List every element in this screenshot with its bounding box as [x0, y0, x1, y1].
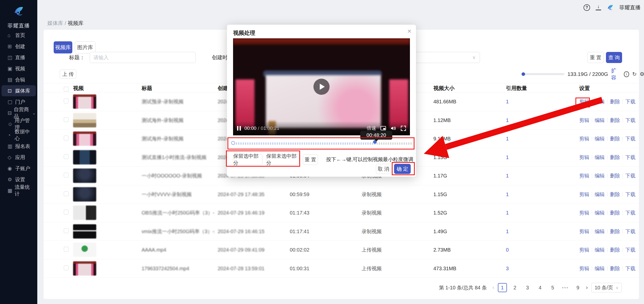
sidebar-item[interactable]: ◉ 子账户: [2, 163, 36, 174]
page-size-select[interactable]: 10 条/页 ∨: [591, 283, 622, 292]
reference-count-link[interactable]: 0: [506, 247, 509, 253]
sidebar-item[interactable]: ◔ 数据中心: [2, 130, 36, 141]
download-link[interactable]: 下载: [625, 135, 635, 142]
page-number[interactable]: 9: [573, 283, 583, 292]
page-number[interactable]: 4: [536, 283, 545, 292]
edit-link[interactable]: 编辑: [595, 247, 605, 253]
delete-link[interactable]: 删除: [610, 265, 620, 272]
reference-count-link[interactable]: 1: [506, 191, 509, 197]
cancel-button[interactable]: 取 消: [376, 164, 391, 174]
cut-link[interactable]: 剪辑: [579, 172, 589, 179]
row-checkbox[interactable]: [64, 99, 69, 105]
sidebar-item[interactable]: ▣ 视频: [2, 63, 36, 74]
volume-icon[interactable]: [390, 125, 396, 131]
delete-link[interactable]: 删除: [610, 228, 620, 235]
row-checkbox[interactable]: [64, 154, 69, 160]
edit-link[interactable]: 编辑: [595, 228, 605, 235]
edit-link[interactable]: 编辑: [595, 191, 605, 198]
breadcrumb-parent[interactable]: 媒体库: [47, 20, 63, 26]
cut-link[interactable]: 剪辑: [579, 247, 589, 253]
row-checkbox[interactable]: [64, 228, 69, 234]
sidebar-item[interactable]: ▦ 流量统计: [2, 185, 36, 196]
sidebar-item[interactable]: ☺ 用户管理: [2, 118, 36, 130]
sidebar-item[interactable]: ⚙ 设置: [2, 174, 36, 185]
reference-count-link[interactable]: 1: [506, 117, 509, 123]
download-link[interactable]: 下载: [625, 98, 635, 105]
title-search-input[interactable]: 请输入: [90, 52, 196, 63]
cut-link[interactable]: 剪辑: [579, 98, 589, 105]
video-thumbnail[interactable]: [73, 187, 96, 201]
sidebar-item[interactable]: ◇ 应用: [2, 152, 36, 163]
sidebar-item[interactable]: ▢ 门户: [2, 96, 36, 107]
reset-button[interactable]: 重 置: [587, 52, 604, 63]
page-number[interactable]: 2: [510, 283, 520, 292]
video-thumbnail[interactable]: [73, 113, 96, 127]
video-thumbnail[interactable]: [73, 224, 96, 238]
reference-count-link[interactable]: 3: [506, 265, 509, 271]
cut-link[interactable]: 剪辑: [579, 117, 589, 124]
keep-selected-button[interactable]: 保留选中部分: [233, 154, 263, 165]
edit-link[interactable]: 编辑: [595, 135, 605, 142]
video-thumbnail[interactable]: [73, 95, 96, 109]
sidebar-item[interactable]: ▤ 合辑: [2, 74, 36, 85]
confirm-button[interactable]: 确 定: [394, 164, 411, 174]
prev-page-icon[interactable]: ‹: [492, 284, 494, 291]
delete-link[interactable]: 删除: [610, 191, 620, 198]
cut-link[interactable]: 剪辑: [579, 228, 589, 235]
page-number[interactable]: 1: [498, 283, 507, 292]
edit-link[interactable]: 编辑: [595, 117, 605, 124]
video-thumbnail[interactable]: [73, 243, 96, 257]
video-thumbnail[interactable]: [73, 150, 96, 164]
sidebar-item[interactable]: ⌂ 首页: [2, 30, 36, 41]
cut-link[interactable]: 剪辑: [579, 265, 589, 272]
gear-icon[interactable]: ⚙: [640, 71, 644, 77]
download-link[interactable]: 下载: [625, 117, 635, 124]
close-icon[interactable]: ×: [407, 27, 411, 35]
delete-link[interactable]: 删除: [610, 135, 620, 142]
picture-in-picture-icon[interactable]: [380, 125, 386, 131]
sidebar-item[interactable]: ◫ 直播: [2, 52, 36, 63]
delete-link[interactable]: 删除: [610, 247, 620, 253]
tab-image-library[interactable]: 图片库: [75, 41, 95, 53]
slider-selected-track[interactable]: [234, 142, 376, 145]
reference-count-link[interactable]: 1: [506, 210, 509, 216]
page-number[interactable]: •••: [561, 283, 570, 292]
edit-link[interactable]: 编辑: [595, 172, 605, 179]
reference-count-link[interactable]: 1: [506, 99, 509, 105]
row-checkbox[interactable]: [64, 210, 69, 216]
reference-count-link[interactable]: 1: [506, 228, 509, 234]
row-checkbox[interactable]: [64, 265, 69, 271]
sidebar-item[interactable]: ⊡ 媒体库: [2, 85, 36, 96]
edit-link[interactable]: 编辑: [595, 154, 605, 161]
page-number[interactable]: 3: [523, 283, 532, 292]
next-page-icon[interactable]: ›: [586, 284, 588, 291]
slider-start-handle[interactable]: [231, 141, 235, 145]
sidebar-item[interactable]: ⊞ 创建: [2, 41, 36, 52]
download-icon[interactable]: ↓: [596, 4, 601, 11]
row-checkbox[interactable]: [64, 247, 69, 253]
storage-progress-bar[interactable]: [522, 73, 564, 75]
row-checkbox[interactable]: [64, 173, 69, 179]
cut-link[interactable]: 剪辑: [579, 135, 589, 142]
delete-link[interactable]: 删除: [610, 117, 620, 124]
sidebar-item[interactable]: ⊟ 自营商品 ⌄: [2, 107, 36, 118]
video-thumbnail[interactable]: [73, 132, 96, 146]
delete-link[interactable]: 删除: [610, 98, 620, 105]
edit-link[interactable]: 编辑: [595, 98, 605, 105]
download-link[interactable]: 下载: [625, 191, 635, 198]
row-checkbox[interactable]: [64, 117, 69, 123]
download-link[interactable]: 下载: [625, 247, 635, 253]
cut-link[interactable]: 剪辑: [579, 154, 589, 161]
video-thumbnail[interactable]: [73, 206, 96, 220]
row-checkbox[interactable]: [64, 136, 69, 142]
download-link[interactable]: 下载: [625, 265, 635, 272]
row-checkbox[interactable]: [64, 191, 69, 197]
edit-link[interactable]: 编辑: [595, 209, 605, 216]
reference-count-link[interactable]: 1: [506, 154, 509, 160]
expand-storage-link[interactable]: 扩容: [611, 67, 621, 81]
delete-link[interactable]: 删除: [610, 172, 620, 179]
cut-link[interactable]: 剪辑: [579, 191, 589, 198]
info-icon[interactable]: i: [624, 71, 629, 77]
search-button[interactable]: 查 询: [606, 52, 622, 63]
download-link[interactable]: 下载: [625, 209, 635, 216]
